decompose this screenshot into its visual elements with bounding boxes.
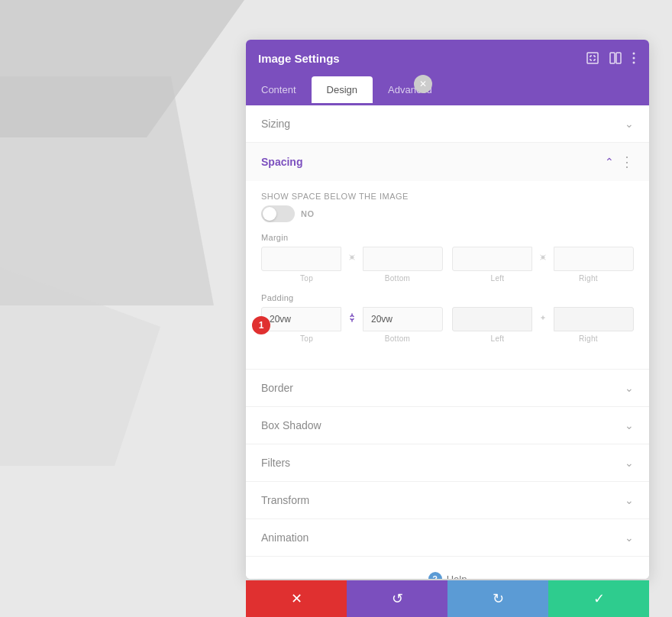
expand-icon [586,52,599,64]
transform-header[interactable]: Transform ⌄ [246,482,649,518]
redo-button[interactable]: ↻ [447,580,548,617]
padding-inputs: 1 [261,307,634,343]
cancel-button[interactable]: ✕ [246,580,347,617]
expand-icon-btn[interactable] [585,50,600,66]
padding-top-box [261,307,341,331]
padding-right-label: Right [543,334,634,343]
show-space-label: Show Space Below The Image [261,192,634,201]
svg-rect-2 [616,53,621,63]
margin-top-input[interactable] [262,247,341,270]
show-space-toggle[interactable] [261,205,295,222]
transform-section: Transform ⌄ [246,482,649,519]
bottom-bar: ✕ ↺ ↻ ✓ [246,580,649,617]
margin-left-input[interactable] [453,247,531,270]
spacing-section: Spacing ⌃ ⋮ Show Space Below The Image N… [246,143,649,370]
tab-design[interactable]: Design [312,76,373,103]
box-shadow-title: Box Shadow [261,419,321,431]
spacing-header[interactable]: Spacing ⌃ ⋮ [246,143,649,181]
padding-tb-col: 1 [261,307,443,343]
transform-chevron-icon: ⌄ [625,494,634,506]
panel-close-button[interactable]: ✕ [414,75,432,93]
help-label[interactable]: Help [447,573,467,580]
margin-left-label: Left [452,274,543,283]
margin-tb-labels: Top Bottom [261,274,443,283]
panel-content: Sizing ⌄ Spacing ⌃ ⋮ Show Space Below Th… [246,105,649,579]
padding-link-icon[interactable] [341,307,363,328]
margin-top-label: Top [261,274,352,283]
margin-right-box [554,247,634,271]
margin-left-box [452,247,532,271]
panel-header-icons [585,50,637,66]
animation-title: Animation [261,531,309,544]
padding-lr-labels: Left Right [452,334,634,343]
spacing-header-controls: ⌃ ⋮ [605,153,634,170]
bg-decoration-2 [0,76,214,305]
svg-point-3 [633,53,635,55]
svg-rect-0 [587,53,598,63]
padding-top-input[interactable] [262,308,341,331]
settings-panel: Image Settings [246,40,649,579]
padding-bottom-box [363,307,443,331]
more-options-btn[interactable] [631,50,637,66]
padding-left-label: Left [452,334,543,343]
padding-label: Padding [261,293,634,302]
margin-inputs: Top Bottom [261,247,634,283]
panel-title: Image Settings [258,52,340,65]
show-space-field: Show Space Below The Image NO [261,192,634,222]
padding-tb-pair [261,307,443,331]
border-chevron-icon: ⌄ [625,382,634,394]
margin-link-icon[interactable] [341,247,363,268]
tabs-bar: Content Design Advanced [246,76,649,105]
margin-bottom-input[interactable] [363,247,442,270]
margin-top-box [261,247,341,271]
margin-lr-pair [452,247,634,271]
margin-right-label: Right [543,274,634,283]
filters-header[interactable]: Filters ⌄ [246,444,649,481]
help-icon: ? [428,572,442,579]
margin-group: Margin [261,233,634,283]
save-button[interactable]: ✓ [548,580,649,617]
box-shadow-header[interactable]: Box Shadow ⌄ [246,407,649,444]
animation-header[interactable]: Animation ⌄ [246,519,649,556]
border-header[interactable]: Border ⌄ [246,370,649,406]
margin-bottom-label: Bottom [352,274,443,283]
layout-icon [609,52,622,64]
padding-lr-pair [452,307,634,331]
padding-right-input[interactable] [554,308,633,331]
padding-bottom-label: Bottom [352,334,443,343]
filters-section: Filters ⌄ [246,444,649,482]
padding-top-label: Top [261,334,352,343]
margin-right-input[interactable] [554,247,633,270]
undo-button[interactable]: ↺ [347,580,447,617]
toggle-wrap: NO [261,205,634,222]
margin-tb-pair [261,247,443,271]
tab-advanced[interactable]: Advanced [373,76,447,103]
filters-title: Filters [261,457,290,469]
layout-icon-btn[interactable] [608,50,623,66]
sizing-header[interactable]: Sizing ⌄ [246,105,649,142]
padding-lr-link-icon[interactable] [532,307,554,328]
step-badge: 1 [252,316,270,334]
spacing-title: Spacing [261,156,302,168]
box-shadow-section: Box Shadow ⌄ [246,407,649,444]
sizing-section: Sizing ⌄ [246,105,649,143]
margin-lr-col: Left Right [452,247,634,283]
spacing-more-icon[interactable]: ⋮ [620,153,634,170]
svg-point-4 [633,57,635,60]
svg-rect-1 [610,53,615,63]
margin-lr-link-icon[interactable] [532,247,554,268]
toggle-state-label: NO [301,209,315,218]
vertical-dots-icon [632,52,635,64]
sizing-title: Sizing [261,118,290,130]
transform-title: Transform [261,494,309,506]
panel-header: Image Settings [246,40,649,76]
padding-tb-labels: Top Bottom [261,334,443,343]
spacing-content: Show Space Below The Image NO Margin [246,181,649,369]
tab-content[interactable]: Content [246,76,312,103]
border-title: Border [261,382,293,394]
margin-tb-col: Top Bottom [261,247,443,283]
sizing-chevron-icon: ⌄ [625,118,634,130]
padding-left-input[interactable] [453,308,531,331]
padding-bottom-input[interactable] [363,308,442,331]
padding-left-box [452,307,532,331]
